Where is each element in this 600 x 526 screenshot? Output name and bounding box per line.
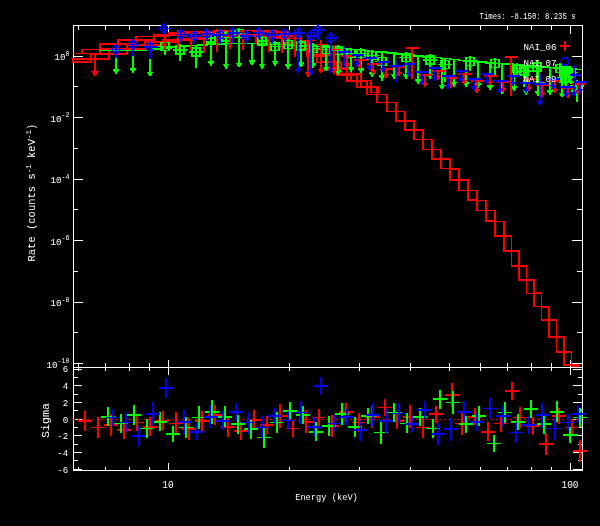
- svg-text:-6: -6: [57, 464, 68, 475]
- svg-text:2: 2: [63, 398, 68, 409]
- svg-text:Sigma: Sigma: [39, 403, 53, 438]
- svg-text:NAI_09: NAI_09: [524, 73, 557, 84]
- svg-text:NAI_07: NAI_07: [524, 57, 557, 68]
- svg-text:100: 100: [562, 479, 579, 492]
- svg-text:Rate (counts s-1 keV-1): Rate (counts s-1 keV-1): [25, 124, 38, 262]
- svg-text:4: 4: [63, 381, 69, 392]
- svg-text:0: 0: [63, 414, 69, 425]
- svg-text:NAI_06: NAI_06: [524, 41, 557, 52]
- svg-text:-4: -4: [57, 448, 68, 459]
- svg-text:6: 6: [63, 364, 69, 375]
- svg-text:-2: -2: [57, 431, 68, 442]
- svg-text:10: 10: [162, 479, 173, 492]
- svg-text:Energy (keV): Energy (keV): [295, 491, 358, 503]
- svg-text:Times: -8.150: 8.235 s: Times: -8.150: 8.235 s: [480, 11, 576, 22]
